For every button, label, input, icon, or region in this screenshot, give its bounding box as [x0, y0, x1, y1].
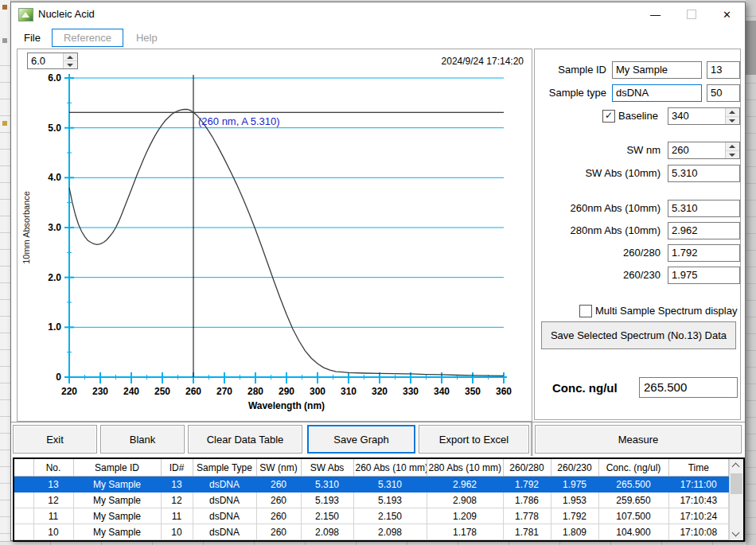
results-table-grid[interactable]: No.Sample IDID#Sample TypeSW (nm)SW Abs2…	[14, 459, 729, 540]
table-cell: My Sample	[73, 492, 161, 508]
spin-up-icon[interactable]	[726, 142, 739, 150]
spin-down-icon[interactable]	[726, 150, 739, 159]
table-row[interactable]: 12My Sample12dsDNA2605.1935.1932.9081.78…	[14, 492, 729, 508]
close-button[interactable]: ✕	[709, 2, 745, 26]
column-header[interactable]: SW (nm)	[256, 459, 301, 477]
table-cell: 2.150	[353, 508, 427, 524]
table-row[interactable]: 11My Sample11dsDNA2602.1502.1501.2091.77…	[14, 508, 729, 524]
table-cell: 260	[256, 492, 301, 508]
table-cell	[14, 524, 33, 540]
column-header[interactable]: 260/230	[551, 459, 598, 477]
column-header[interactable]: Conc. (ng/ul)	[598, 459, 668, 477]
table-cell: dsDNA	[193, 492, 256, 508]
background-app-right-edge	[746, 0, 756, 545]
sample-id-input[interactable]: My Sample	[612, 61, 702, 79]
column-header[interactable]: 260 Abs (10 mm)	[353, 459, 427, 477]
spin-up-icon[interactable]	[64, 53, 77, 60]
column-header[interactable]: No.	[33, 459, 73, 477]
column-header[interactable]: SW Abs	[301, 459, 353, 477]
svg-text:(260 nm, A 5.310): (260 nm, A 5.310)	[198, 115, 280, 127]
sample-type-label: Sample type	[549, 87, 606, 99]
table-cell: 104.900	[598, 524, 668, 540]
svg-text:0: 0	[56, 372, 61, 383]
column-header[interactable]: Sample Type	[193, 459, 256, 477]
table-row[interactable]: 10My Sample10dsDNA2602.0982.0981.1781.78…	[14, 524, 729, 540]
save-graph-button[interactable]: Save Graph	[307, 425, 415, 454]
column-header[interactable]: Sample ID	[73, 459, 161, 477]
table-cell: 2.150	[301, 508, 353, 524]
spectrum-chart: 01.02.03.04.05.06.0220230240250260270280…	[18, 68, 528, 418]
table-cell: 1.781	[503, 524, 551, 540]
export-to-excel-button[interactable]: Export to Excel	[419, 425, 529, 454]
sw-abs-field[interactable]: 5.310	[668, 165, 740, 182]
table-cell: 17:10:08	[668, 524, 729, 540]
table-cell: 11	[161, 508, 193, 524]
save-spectrum-button[interactable]: Save Selected Spectrum (No.13) Data	[541, 321, 736, 349]
button-group-divider	[531, 422, 533, 456]
table-cell: 2.098	[301, 524, 353, 540]
button-bar: Exit Blank Clear Data Table Save Graph E…	[11, 422, 745, 456]
table-cell: 13	[161, 477, 193, 492]
blank-button[interactable]: Blank	[100, 425, 185, 454]
table-scrollbar[interactable]	[729, 459, 743, 540]
table-cell: 17:11:00	[668, 477, 729, 492]
table-cell: 1.178	[427, 524, 503, 540]
svg-text:340: 340	[434, 386, 450, 397]
abs280-field[interactable]: 2.962	[668, 222, 740, 239]
menu-file[interactable]: File	[24, 32, 41, 44]
baseline-checkbox[interactable]: ✓	[602, 110, 615, 123]
abs260-field[interactable]: 5.310	[668, 200, 740, 217]
svg-text:5.0: 5.0	[48, 123, 61, 134]
table-cell: 260	[256, 477, 301, 492]
scroll-down-arrow[interactable]	[730, 527, 743, 540]
sample-number-input[interactable]: 13	[707, 61, 740, 79]
column-header[interactable]: 280 Abs (10 mm)	[427, 459, 503, 477]
table-cell: 1.953	[551, 492, 598, 508]
sample-type-input[interactable]: dsDNA	[612, 84, 702, 102]
column-header[interactable]: 260/280	[503, 459, 551, 477]
table-cell: 1.792	[503, 477, 551, 492]
table-cell: 10	[161, 524, 193, 540]
clear-data-table-button[interactable]: Clear Data Table	[188, 425, 302, 454]
baseline-spinner[interactable]: 340	[668, 107, 740, 125]
multi-sample-checkbox[interactable]	[579, 305, 592, 317]
spin-down-icon[interactable]	[726, 116, 739, 125]
exit-button[interactable]: Exit	[13, 425, 97, 454]
table-cell: 2.962	[427, 477, 503, 492]
menu-help[interactable]: Help	[136, 32, 158, 44]
spin-up-icon[interactable]	[726, 108, 739, 116]
svg-text:330: 330	[403, 386, 419, 397]
column-header[interactable]	[14, 459, 33, 477]
measurement-panel: Sample ID My Sample 13 Sample type dsDNA…	[534, 49, 741, 420]
scroll-up-arrow[interactable]	[730, 459, 743, 472]
factor-input[interactable]: 50	[707, 84, 740, 102]
results-table: No.Sample IDID#Sample TypeSW (nm)SW Abs2…	[13, 457, 745, 542]
sw-nm-spinner[interactable]: 260	[668, 142, 740, 159]
spin-down-icon[interactable]	[64, 60, 77, 68]
concentration-field[interactable]: 265.500	[639, 377, 738, 398]
ymax-spinner[interactable]: 6.0	[27, 53, 78, 69]
ymax-spin-arrows[interactable]	[63, 53, 77, 68]
table-cell: 1.809	[551, 524, 598, 540]
maximize-button	[673, 2, 709, 26]
abs280-label: 280nm Abs (10mm)	[571, 224, 661, 236]
table-row[interactable]: 13My Sample13dsDNA2605.3105.3102.9621.79…	[14, 477, 729, 492]
table-cell: 1.975	[551, 477, 598, 492]
menu-reference[interactable]: Reference	[52, 29, 123, 47]
table-cell	[14, 508, 33, 524]
minimize-button[interactable]: —	[637, 2, 673, 26]
table-cell: 2.908	[427, 492, 503, 508]
baseline-spin-arrows[interactable]	[725, 108, 739, 124]
table-cell: 1.786	[503, 492, 551, 508]
svg-text:Wavelength (nm): Wavelength (nm)	[248, 400, 325, 411]
table-cell: 11	[33, 508, 73, 524]
table-cell: dsDNA	[193, 477, 256, 492]
measure-button[interactable]: Measure	[535, 425, 742, 454]
ratio-260-230-field[interactable]: 1.975	[668, 267, 740, 284]
ratio-260-280-field[interactable]: 1.792	[668, 244, 740, 262]
scroll-thumb[interactable]	[731, 473, 742, 494]
column-header[interactable]: Time	[668, 459, 729, 477]
column-header[interactable]: ID#	[161, 459, 193, 477]
sw-nm-spin-arrows[interactable]	[725, 142, 739, 158]
table-cell	[14, 477, 33, 492]
